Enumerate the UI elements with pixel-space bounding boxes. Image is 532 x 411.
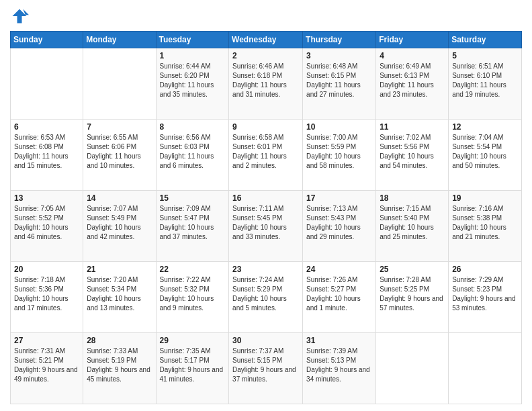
day-number: 31 — [306, 336, 372, 345]
day-detail: Sunrise: 7:16 AMSunset: 5:38 PMDaylight:… — [452, 204, 518, 242]
day-cell: 28Sunrise: 7:33 AMSunset: 5:19 PMDayligh… — [83, 333, 156, 404]
day-number: 28 — [87, 336, 152, 345]
day-number: 5 — [452, 51, 518, 60]
day-number: 26 — [452, 265, 518, 274]
week-row-2: 6Sunrise: 6:53 AMSunset: 6:08 PMDaylight… — [11, 120, 522, 191]
day-detail: Sunrise: 6:46 AMSunset: 6:18 PMDaylight:… — [232, 62, 299, 99]
day-cell: 29Sunrise: 7:35 AMSunset: 5:17 PMDayligh… — [156, 333, 229, 404]
day-cell: 27Sunrise: 7:31 AMSunset: 5:21 PMDayligh… — [11, 333, 83, 404]
day-cell — [11, 48, 83, 120]
day-number: 24 — [306, 265, 372, 274]
day-cell: 20Sunrise: 7:18 AMSunset: 5:36 PMDayligh… — [11, 262, 83, 333]
day-cell: 31Sunrise: 7:39 AMSunset: 5:13 PMDayligh… — [303, 333, 376, 404]
logo-icon — [10, 7, 29, 26]
week-row-4: 20Sunrise: 7:18 AMSunset: 5:36 PMDayligh… — [11, 262, 522, 333]
day-detail: Sunrise: 7:35 AMSunset: 5:17 PMDaylight:… — [160, 347, 226, 384]
day-cell — [83, 48, 156, 120]
day-number: 6 — [14, 122, 79, 132]
day-number: 12 — [452, 122, 518, 132]
day-number: 23 — [232, 265, 299, 274]
day-detail: Sunrise: 7:33 AMSunset: 5:19 PMDaylight:… — [87, 347, 152, 384]
day-detail: Sunrise: 7:31 AMSunset: 5:21 PMDaylight:… — [14, 347, 79, 384]
day-detail: Sunrise: 7:28 AMSunset: 5:25 PMDaylight:… — [380, 275, 445, 313]
day-cell — [376, 333, 449, 404]
day-number: 4 — [380, 51, 445, 60]
day-detail: Sunrise: 7:20 AMSunset: 5:34 PMDaylight:… — [87, 275, 152, 313]
day-detail: Sunrise: 7:13 AMSunset: 5:43 PMDaylight:… — [306, 204, 372, 242]
day-number: 10 — [306, 122, 372, 132]
day-cell: 16Sunrise: 7:11 AMSunset: 5:45 PMDayligh… — [229, 191, 303, 262]
day-cell: 30Sunrise: 7:37 AMSunset: 5:15 PMDayligh… — [229, 333, 303, 404]
day-detail: Sunrise: 7:04 AMSunset: 5:54 PMDaylight:… — [452, 133, 518, 171]
day-number: 22 — [160, 265, 226, 274]
day-detail: Sunrise: 7:09 AMSunset: 5:47 PMDaylight:… — [160, 204, 226, 242]
day-detail: Sunrise: 7:37 AMSunset: 5:15 PMDaylight:… — [232, 347, 299, 384]
day-detail: Sunrise: 7:00 AMSunset: 5:59 PMDaylight:… — [306, 133, 372, 171]
day-detail: Sunrise: 7:07 AMSunset: 5:49 PMDaylight:… — [87, 204, 152, 242]
day-cell: 21Sunrise: 7:20 AMSunset: 5:34 PMDayligh… — [83, 262, 156, 333]
header-day-thursday: Thursday — [303, 32, 376, 48]
day-cell: 5Sunrise: 6:51 AMSunset: 6:10 PMDaylight… — [449, 48, 522, 120]
day-cell: 18Sunrise: 7:15 AMSunset: 5:40 PMDayligh… — [376, 191, 449, 262]
day-detail: Sunrise: 7:22 AMSunset: 5:32 PMDaylight:… — [160, 275, 226, 313]
day-number: 29 — [160, 336, 226, 345]
day-number: 30 — [232, 336, 299, 345]
calendar-header: SundayMondayTuesdayWednesdayThursdayFrid… — [11, 32, 522, 48]
day-number: 13 — [14, 193, 79, 203]
day-detail: Sunrise: 7:24 AMSunset: 5:29 PMDaylight:… — [232, 275, 299, 313]
day-number: 3 — [306, 51, 372, 60]
day-number: 18 — [380, 193, 445, 203]
day-cell: 24Sunrise: 7:26 AMSunset: 5:27 PMDayligh… — [303, 262, 376, 333]
calendar-body: 1Sunrise: 6:44 AMSunset: 6:20 PMDaylight… — [11, 48, 522, 404]
day-number: 8 — [160, 122, 226, 132]
week-row-5: 27Sunrise: 7:31 AMSunset: 5:21 PMDayligh… — [11, 333, 522, 404]
header-day-wednesday: Wednesday — [229, 32, 303, 48]
page: SundayMondayTuesdayWednesdayThursdayFrid… — [0, 0, 532, 411]
day-detail: Sunrise: 7:18 AMSunset: 5:36 PMDaylight:… — [14, 275, 79, 313]
day-detail: Sunrise: 7:02 AMSunset: 5:56 PMDaylight:… — [380, 133, 445, 171]
day-number: 9 — [232, 122, 299, 132]
day-number: 14 — [87, 193, 152, 203]
calendar-table: SundayMondayTuesdayWednesdayThursdayFrid… — [10, 31, 522, 404]
header-row: SundayMondayTuesdayWednesdayThursdayFrid… — [11, 32, 522, 48]
day-detail: Sunrise: 7:11 AMSunset: 5:45 PMDaylight:… — [232, 204, 299, 242]
day-number: 21 — [87, 265, 152, 274]
day-cell: 13Sunrise: 7:05 AMSunset: 5:52 PMDayligh… — [11, 191, 83, 262]
header-day-monday: Monday — [83, 32, 156, 48]
day-detail: Sunrise: 6:51 AMSunset: 6:10 PMDaylight:… — [452, 62, 518, 99]
header-day-sunday: Sunday — [11, 32, 83, 48]
day-detail: Sunrise: 6:58 AMSunset: 6:01 PMDaylight:… — [232, 133, 299, 171]
day-cell: 7Sunrise: 6:55 AMSunset: 6:06 PMDaylight… — [83, 120, 156, 191]
day-number: 19 — [452, 193, 518, 203]
day-number: 17 — [306, 193, 372, 203]
header — [10, 7, 522, 26]
day-cell: 19Sunrise: 7:16 AMSunset: 5:38 PMDayligh… — [449, 191, 522, 262]
day-cell: 3Sunrise: 6:48 AMSunset: 6:15 PMDaylight… — [303, 48, 376, 120]
day-number: 20 — [14, 265, 79, 274]
day-number: 25 — [380, 265, 445, 274]
header-day-friday: Friday — [376, 32, 449, 48]
day-cell: 12Sunrise: 7:04 AMSunset: 5:54 PMDayligh… — [449, 120, 522, 191]
day-cell: 22Sunrise: 7:22 AMSunset: 5:32 PMDayligh… — [156, 262, 229, 333]
day-detail: Sunrise: 7:15 AMSunset: 5:40 PMDaylight:… — [380, 204, 445, 242]
week-row-3: 13Sunrise: 7:05 AMSunset: 5:52 PMDayligh… — [11, 191, 522, 262]
day-cell: 1Sunrise: 6:44 AMSunset: 6:20 PMDaylight… — [156, 48, 229, 120]
day-cell: 4Sunrise: 6:49 AMSunset: 6:13 PMDaylight… — [376, 48, 449, 120]
day-cell: 23Sunrise: 7:24 AMSunset: 5:29 PMDayligh… — [229, 262, 303, 333]
header-day-tuesday: Tuesday — [156, 32, 229, 48]
logo — [10, 7, 30, 26]
day-cell: 6Sunrise: 6:53 AMSunset: 6:08 PMDaylight… — [11, 120, 83, 191]
day-cell: 25Sunrise: 7:28 AMSunset: 5:25 PMDayligh… — [376, 262, 449, 333]
day-cell: 2Sunrise: 6:46 AMSunset: 6:18 PMDaylight… — [229, 48, 303, 120]
day-cell: 14Sunrise: 7:07 AMSunset: 5:49 PMDayligh… — [83, 191, 156, 262]
day-number: 11 — [380, 122, 445, 132]
day-cell: 15Sunrise: 7:09 AMSunset: 5:47 PMDayligh… — [156, 191, 229, 262]
day-cell: 10Sunrise: 7:00 AMSunset: 5:59 PMDayligh… — [303, 120, 376, 191]
day-detail: Sunrise: 7:26 AMSunset: 5:27 PMDaylight:… — [306, 275, 372, 313]
day-cell: 8Sunrise: 6:56 AMSunset: 6:03 PMDaylight… — [156, 120, 229, 191]
day-detail: Sunrise: 7:29 AMSunset: 5:23 PMDaylight:… — [452, 275, 518, 313]
day-detail: Sunrise: 6:49 AMSunset: 6:13 PMDaylight:… — [380, 62, 445, 99]
day-detail: Sunrise: 6:55 AMSunset: 6:06 PMDaylight:… — [87, 133, 152, 171]
week-row-1: 1Sunrise: 6:44 AMSunset: 6:20 PMDaylight… — [11, 48, 522, 120]
day-detail: Sunrise: 6:44 AMSunset: 6:20 PMDaylight:… — [160, 62, 226, 99]
